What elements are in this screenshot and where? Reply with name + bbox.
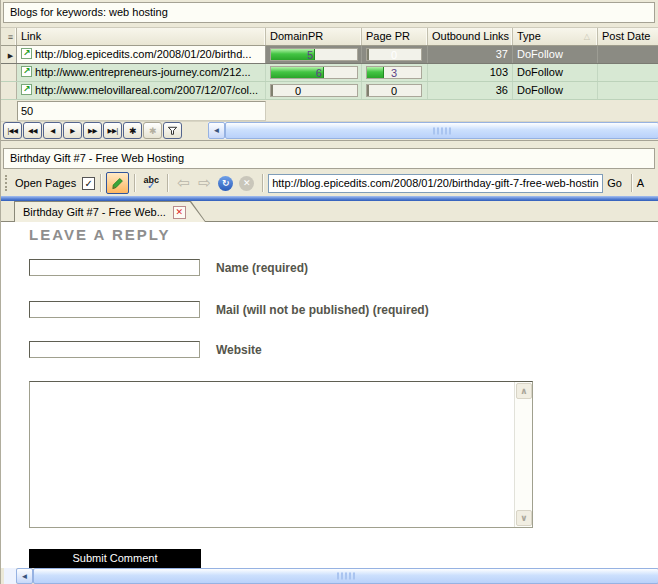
tab-browser-page[interactable]: Birthday Gift #7 - Free Web... ✕ (14, 201, 206, 222)
pr-bar: 0 (366, 84, 422, 97)
textarea-scrollbar[interactable]: ∧ ∨ (514, 382, 532, 527)
name-field-label: Name (required) (216, 261, 308, 275)
go-button[interactable]: Go (607, 177, 622, 189)
filter-icon (167, 125, 178, 136)
stop-button[interactable]: ✕ (239, 176, 254, 191)
column-header-link[interactable]: Link (17, 28, 266, 45)
nav-prior-page-button[interactable]: ◀◀ (23, 122, 42, 139)
column-header-pagepr[interactable]: Page PR (362, 28, 428, 45)
browser-page-content: LEAVE A REPLY Name (required) Mail (will… (1, 222, 658, 568)
outbound-links-cell: 37 (428, 46, 513, 63)
nav-next-button[interactable]: ▶ (63, 122, 82, 139)
highlight-comment-fields-button[interactable] (106, 172, 129, 194)
current-row-arrow-icon: ▶ (8, 52, 13, 59)
pagepr-cell: 3 (362, 64, 428, 81)
scroll-down-icon[interactable]: ∨ (516, 510, 532, 526)
table-row[interactable]: ▶ ↗http://blog.epicedits.com/2008/01/20/… (1, 46, 658, 64)
page-horizontal-scrollbar[interactable]: ◄ (1, 568, 658, 584)
toolbar-separator (262, 174, 263, 192)
toolbar-overflow-label[interactable]: A (637, 177, 644, 189)
nav-next-page-button[interactable]: ▶▶ (83, 122, 102, 139)
pencil-icon (110, 176, 125, 191)
table-row[interactable]: ↗http://www.entrepreneurs-journey.com/21… (1, 64, 658, 82)
pr-bar: 3 (366, 66, 422, 79)
pr-bar: 0 (270, 84, 358, 97)
outbound-links-cell: 36 (428, 82, 513, 99)
tab-close-icon[interactable]: ✕ (173, 206, 186, 219)
refresh-button[interactable]: ↻ (218, 176, 233, 191)
post-date-cell (598, 64, 658, 81)
type-cell: DoFollow (513, 64, 598, 81)
toolbar-separator (100, 174, 101, 192)
grid-panel-caption: Blogs for keywords: web hosting (3, 2, 655, 23)
pagepr-cell: 0 (362, 46, 428, 63)
comment-textarea[interactable] (30, 382, 515, 527)
table-row[interactable]: ↗http://www.melovillareal.com/2007/12/07… (1, 82, 658, 100)
browser-toolbar: Open Pages ✓ abc ✓ ⇦ ⇨ ↻ ✕ Go A (1, 170, 658, 196)
scroll-up-icon[interactable]: ∧ (516, 383, 532, 399)
scrollbar-thumb[interactable] (33, 568, 658, 584)
external-link-icon: ↗ (21, 66, 32, 77)
url-input[interactable] (268, 174, 603, 193)
domainpr-cell: 6 (266, 64, 362, 81)
grid-menu-icon[interactable]: ≡ (1, 28, 17, 45)
scrollbar-track[interactable] (4, 568, 16, 584)
spellcheck-button[interactable]: abc ✓ (140, 176, 162, 190)
scroll-left-icon[interactable]: ◄ (208, 122, 225, 139)
name-field[interactable] (29, 259, 200, 276)
nav-insert-button[interactable]: ✱ (123, 122, 142, 139)
website-field[interactable] (29, 341, 200, 358)
browser-panel-caption: Birthday Gift #7 - Free Web Hosting (3, 148, 655, 169)
pagepr-cell: 0 (362, 82, 428, 99)
row-indicator (1, 64, 17, 81)
type-cell: DoFollow (513, 46, 598, 63)
grid-horizontal-scrollbar[interactable]: ◄ (208, 122, 658, 139)
tab-strip: Birthday Gift #7 - Free Web... ✕ (1, 201, 658, 222)
spellcheck-check-icon: ✓ (147, 182, 155, 190)
back-button[interactable]: ⇦ (173, 174, 194, 192)
post-date-cell (598, 46, 658, 63)
inline-cell-editor[interactable]: 50 (17, 101, 266, 121)
post-date-cell (598, 82, 658, 99)
open-pages-label: Open Pages (15, 177, 76, 189)
forward-button[interactable]: ⇨ (194, 174, 215, 192)
domainpr-cell: 5 (266, 46, 362, 63)
mail-field[interactable] (29, 301, 200, 318)
comment-textarea-wrap: ∧ ∨ (29, 381, 533, 528)
toolbar-separator (631, 174, 632, 192)
nav-refresh-button[interactable]: ✱ (143, 122, 162, 139)
toolbar-separator (167, 174, 168, 192)
column-header-outbound-links[interactable]: Outbound Links (428, 28, 513, 45)
submit-comment-button[interactable]: Submit Comment (29, 549, 201, 568)
type-cell: DoFollow (513, 82, 598, 99)
nav-last-button[interactable]: ▶▶| (103, 122, 122, 139)
outbound-links-cell: 103 (428, 64, 513, 81)
link-cell[interactable]: ↗http://www.entrepreneurs-journey.com/21… (17, 64, 266, 81)
grid-header-row: ≡ Link DomainPR Page PR Outbound Links T… (1, 27, 658, 46)
column-header-post-date[interactable]: Post Date (598, 28, 658, 45)
row-indicator (1, 82, 17, 99)
row-indicator: ▶ (1, 46, 17, 63)
nav-prior-button[interactable]: ◀ (43, 122, 62, 139)
nav-first-button[interactable]: |◀◀ (3, 122, 22, 139)
open-pages-checkbox[interactable]: ✓ (82, 177, 95, 190)
grid-editor-strip: 50 (1, 100, 658, 122)
mail-field-label: Mail (will not be published) (required) (216, 303, 429, 317)
scrollbar-thumb[interactable] (225, 122, 658, 139)
leave-a-reply-heading: LEAVE A REPLY (29, 226, 658, 243)
app-window: Blogs for keywords: web hosting ≡ Link D… (0, 0, 658, 584)
toolbar-grip[interactable] (5, 175, 8, 191)
scroll-left-icon[interactable]: ◄ (16, 568, 33, 584)
pr-bar: 0 (366, 48, 422, 61)
link-cell[interactable]: ↗http://www.melovillareal.com/2007/12/07… (17, 82, 266, 99)
link-cell[interactable]: ↗http://blog.epicedits.com/2008/01/20/bi… (17, 46, 266, 63)
column-header-type[interactable]: Type △ (513, 28, 598, 45)
sort-ascending-icon: △ (584, 33, 590, 41)
filter-button[interactable] (163, 122, 182, 139)
column-header-domainpr[interactable]: DomainPR (266, 28, 362, 45)
pr-bar: 5 (270, 48, 358, 61)
tab-label: Birthday Gift #7 - Free Web... (23, 206, 166, 218)
external-link-icon: ↗ (21, 84, 32, 95)
toolbar-separator (134, 174, 135, 192)
website-field-label: Website (216, 343, 262, 357)
